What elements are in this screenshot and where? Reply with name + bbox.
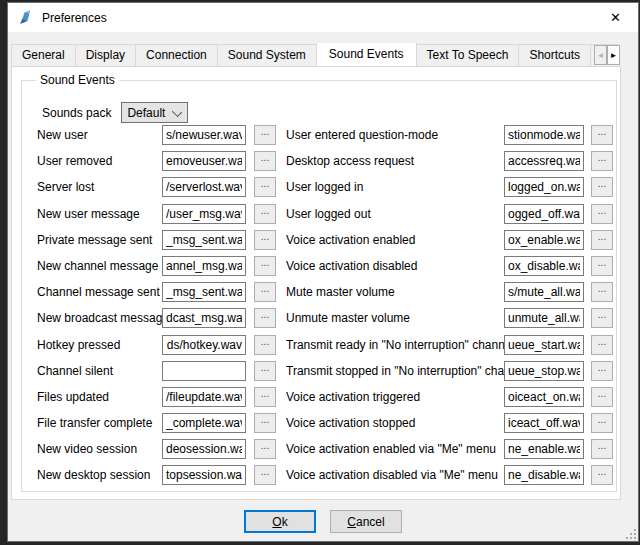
ok-button[interactable]: Ok bbox=[244, 510, 316, 533]
tab-scroll-left-icon[interactable]: ◄ bbox=[594, 45, 607, 65]
sound-file-input[interactable] bbox=[162, 125, 246, 145]
browse-button[interactable]: ... bbox=[254, 439, 276, 459]
sound-file-input[interactable] bbox=[504, 439, 584, 459]
sound-event-label: Hotkey pressed bbox=[37, 338, 162, 352]
browse-button[interactable]: ... bbox=[254, 465, 276, 485]
sound-file-input[interactable] bbox=[504, 361, 584, 381]
sound-event-row: Mute master volume... bbox=[286, 282, 613, 302]
sound-file-input[interactable] bbox=[162, 151, 246, 171]
sound-event-row: New channel message... bbox=[37, 256, 276, 276]
sound-file-input[interactable] bbox=[504, 230, 584, 250]
sound-event-row: Server lost... bbox=[37, 177, 276, 197]
sounds-pack-select[interactable]: Default bbox=[121, 102, 188, 123]
sound-event-label: Files updated bbox=[37, 390, 162, 404]
sound-file-input[interactable] bbox=[504, 204, 584, 224]
browse-button[interactable]: ... bbox=[591, 465, 613, 485]
browse-button[interactable]: ... bbox=[591, 361, 613, 381]
tab-scroll-right-icon[interactable]: ► bbox=[607, 45, 620, 65]
browse-button[interactable]: ... bbox=[591, 282, 613, 302]
close-icon[interactable]: ✕ bbox=[593, 3, 638, 32]
browse-button[interactable]: ... bbox=[591, 387, 613, 407]
browse-button[interactable]: ... bbox=[591, 335, 613, 355]
sound-event-row: Voice activation disabled via "Me" menu.… bbox=[286, 465, 613, 485]
sound-event-label: File transfer complete bbox=[37, 416, 162, 430]
browse-button[interactable]: ... bbox=[591, 151, 613, 171]
sound-event-row: User logged out... bbox=[286, 204, 613, 224]
browse-button[interactable]: ... bbox=[254, 230, 276, 250]
sound-file-input[interactable] bbox=[162, 282, 246, 302]
sound-file-input[interactable] bbox=[162, 335, 246, 355]
browse-button[interactable]: ... bbox=[254, 177, 276, 197]
sound-file-input[interactable] bbox=[162, 256, 246, 276]
sound-file-input[interactable] bbox=[162, 308, 246, 328]
tab-sound-system[interactable]: Sound System bbox=[217, 44, 317, 66]
sound-file-input[interactable] bbox=[162, 387, 246, 407]
sound-file-input[interactable] bbox=[162, 465, 246, 485]
browse-button[interactable]: ... bbox=[591, 413, 613, 433]
tab-text-to-speech[interactable]: Text To Speech bbox=[416, 44, 520, 66]
sound-event-row: New user message... bbox=[37, 204, 276, 224]
browse-button[interactable]: ... bbox=[254, 256, 276, 276]
sound-event-label: New video session bbox=[37, 442, 162, 456]
resize-grip[interactable] bbox=[625, 528, 636, 539]
sound-event-label: New desktop session bbox=[37, 468, 162, 482]
sound-file-input[interactable] bbox=[162, 361, 246, 381]
sound-event-label: Voice activation stopped bbox=[286, 416, 504, 430]
browse-button[interactable]: ... bbox=[254, 151, 276, 171]
browse-button[interactable]: ... bbox=[591, 177, 613, 197]
tab-shortcuts[interactable]: Shortcuts bbox=[518, 44, 591, 66]
sound-file-input[interactable] bbox=[504, 465, 584, 485]
sound-file-input[interactable] bbox=[504, 151, 584, 171]
browse-button[interactable]: ... bbox=[254, 335, 276, 355]
sound-file-input[interactable] bbox=[504, 177, 584, 197]
sound-event-row: User logged in... bbox=[286, 177, 613, 197]
sound-file-input[interactable] bbox=[162, 413, 246, 433]
tab-connection[interactable]: Connection bbox=[135, 44, 218, 66]
sound-file-input[interactable] bbox=[504, 413, 584, 433]
browse-button[interactable]: ... bbox=[254, 125, 276, 145]
browse-button[interactable]: ... bbox=[591, 230, 613, 250]
tab-display[interactable]: Display bbox=[75, 44, 136, 66]
window-title: Preferences bbox=[42, 11, 107, 25]
sound-event-label: Server lost bbox=[37, 180, 162, 194]
browse-button[interactable]: ... bbox=[591, 439, 613, 459]
tab-general[interactable]: General bbox=[11, 44, 76, 66]
sound-event-row: Voice activation disabled... bbox=[286, 256, 613, 276]
sound-event-row: Channel silent... bbox=[37, 361, 276, 381]
sound-event-label: Voice activation enabled via "Me" menu bbox=[286, 442, 504, 456]
sound-file-input[interactable] bbox=[504, 125, 584, 145]
sound-event-row: Voice activation stopped... bbox=[286, 413, 613, 433]
sound-event-row: Voice activation triggered... bbox=[286, 387, 613, 407]
group-title: Sound Events bbox=[36, 73, 119, 87]
browse-button[interactable]: ... bbox=[591, 308, 613, 328]
sound-event-label: User logged in bbox=[286, 180, 504, 194]
browse-button[interactable]: ... bbox=[254, 413, 276, 433]
browse-button[interactable]: ... bbox=[254, 204, 276, 224]
sound-event-row: Desktop access request... bbox=[286, 151, 613, 171]
sound-event-label: Voice activation triggered bbox=[286, 390, 504, 404]
sound-file-input[interactable] bbox=[504, 387, 584, 407]
browse-button[interactable]: ... bbox=[254, 282, 276, 302]
browse-button[interactable]: ... bbox=[254, 361, 276, 381]
sound-file-input[interactable] bbox=[162, 439, 246, 459]
sound-file-input[interactable] bbox=[504, 256, 584, 276]
sound-event-row: Private message sent... bbox=[37, 230, 276, 250]
sound-event-row: File transfer complete... bbox=[37, 413, 276, 433]
sound-event-label: New user bbox=[37, 128, 162, 142]
sound-event-row: User entered question-mode... bbox=[286, 125, 613, 145]
sound-file-input[interactable] bbox=[162, 230, 246, 250]
sounds-pack-row: Sounds pack Default bbox=[42, 102, 188, 123]
sound-file-input[interactable] bbox=[504, 335, 584, 355]
browse-button[interactable]: ... bbox=[254, 387, 276, 407]
sound-file-input[interactable] bbox=[504, 282, 584, 302]
cancel-button[interactable]: Cancel bbox=[330, 510, 402, 533]
browse-button[interactable]: ... bbox=[591, 204, 613, 224]
sound-file-input[interactable] bbox=[162, 204, 246, 224]
browse-button[interactable]: ... bbox=[591, 125, 613, 145]
browse-button[interactable]: ... bbox=[254, 308, 276, 328]
sound-event-label: Voice activation enabled bbox=[286, 233, 504, 247]
browse-button[interactable]: ... bbox=[591, 256, 613, 276]
sound-file-input[interactable] bbox=[504, 308, 584, 328]
sound-file-input[interactable] bbox=[162, 177, 246, 197]
tab-sound-events[interactable]: Sound Events bbox=[316, 43, 417, 66]
